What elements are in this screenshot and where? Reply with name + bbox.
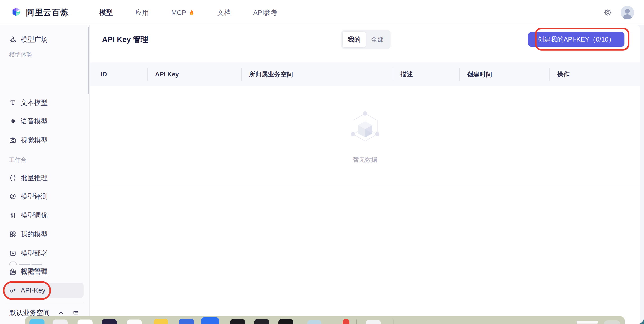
braces-list-icon [9, 174, 17, 182]
sidebar-item-my-models[interactable]: 我的模型 [0, 227, 88, 241]
fire-icon [188, 9, 195, 16]
waveform-icon [9, 117, 17, 125]
empty-state-text: 暂无数据 [353, 156, 377, 164]
deploy-box-icon [9, 250, 17, 257]
scope-toggle: 我的 全部 [341, 30, 390, 49]
column-header-api-key: API Key [148, 62, 241, 86]
sidebar-item-label: API-Key [21, 286, 46, 294]
empty-state: 暂无数据 [90, 111, 640, 164]
compass-icon [9, 192, 17, 200]
dock-app-6[interactable] [154, 318, 168, 324]
settings-gear-icon[interactable] [604, 8, 612, 17]
user-avatar[interactable] [621, 6, 634, 19]
sidebar-item-batch-inference[interactable]: 批量推理 [0, 171, 88, 185]
sidebar-item-label: 模型部署 [21, 249, 48, 258]
hub-icon [9, 36, 17, 43]
dock-trash[interactable] [604, 320, 620, 324]
sidebar-item-api-key[interactable]: API-Key [6, 283, 84, 298]
sidebar-item-model-tuning[interactable]: 模型调优 [0, 208, 88, 222]
create-api-key-button[interactable]: 创建我的API-KEY（0/10） [528, 32, 624, 47]
nav-item-app[interactable]: 应用 [135, 8, 149, 17]
sidebar-section-workbench: 工作台 [9, 157, 26, 163]
dock-app-2[interactable] [52, 320, 68, 324]
empty-cube-icon [350, 111, 381, 145]
brand[interactable]: 阿里云百炼 [10, 7, 69, 18]
sidebar-item-label: 模型广场 [21, 35, 48, 44]
bailian-logo-icon [10, 7, 22, 18]
dock-app-3[interactable] [78, 320, 92, 324]
sidebar-item-label: 权限管理 [21, 267, 48, 276]
dock-app-9[interactable] [230, 319, 245, 324]
nav-item-docs[interactable]: 文档 [217, 8, 231, 17]
primary-nav: 模型 应用 MCP 文档 API参考 [99, 0, 278, 25]
sidebar-item-permission[interactable]: 权限管理 [0, 264, 88, 278]
sidebar-divider [6, 302, 84, 302]
content-card: API Key 管理 我的 全部 创建我的API-KEY（0/10） ID AP… [90, 25, 640, 324]
sidebar-section-experience: 模型体验 [9, 52, 32, 58]
sidebar-item-model-plaza[interactable]: 模型广场 [0, 32, 88, 46]
sidebar-item-label: 批量推理 [21, 174, 48, 183]
toggle-option-all[interactable]: 全部 [366, 32, 389, 48]
dock-app-7[interactable] [179, 318, 194, 324]
dock-app-4[interactable] [102, 319, 117, 324]
sidebar-scrollbar[interactable] [88, 27, 89, 94]
column-divider [148, 68, 148, 81]
key-icon [9, 286, 17, 294]
sliders-icon [9, 212, 17, 219]
table-bottom-border [90, 186, 640, 186]
sidebar-item-model-deploy[interactable]: 模型部署 [0, 246, 88, 260]
sidebar-item-label: 文本模型 [21, 98, 48, 108]
dock-app-12[interactable] [308, 320, 321, 324]
column-divider [459, 68, 460, 81]
brand-name: 阿里云百炼 [26, 7, 69, 18]
sidebar-item-model-eval[interactable]: 模型评测 [0, 190, 88, 203]
sidebar-item-text-model[interactable]: 文本模型 [0, 96, 88, 110]
sidebar-item-label: 我的模型 [21, 230, 48, 239]
dock-thumbnail[interactable] [576, 321, 598, 324]
macos-screen: 阿里云百炼 模型 应用 MCP 文档 API参考 [0, 0, 644, 324]
table-header-row: ID API Key 所归属业务空间 描述 创建时间 操作 [90, 62, 640, 86]
dock-app-red[interactable] [343, 318, 350, 324]
dock-app-13[interactable] [366, 320, 381, 324]
browser-window: 阿里云百炼 模型 应用 MCP 文档 API参考 [0, 0, 644, 324]
page-header: API Key 管理 我的 全部 创建我的API-KEY（0/10） [90, 25, 640, 54]
sidebar-item-vision-model[interactable]: 视觉模型 [0, 133, 88, 147]
column-divider [550, 68, 550, 81]
sidebar: 模型广场 模型体验 文本模型 语音模型 [0, 25, 90, 324]
column-header-created: 创建时间 [459, 62, 550, 86]
dock-separator-1 [356, 320, 356, 324]
sidebar-item-label: 语音模型 [21, 116, 48, 126]
column-header-description: 描述 [393, 62, 459, 86]
column-header-workspace: 所归属业务空间 [241, 62, 393, 86]
nav-item-api-ref[interactable]: API参考 [253, 8, 278, 17]
column-header-actions: 操作 [550, 62, 640, 86]
dock-app-5[interactable] [127, 320, 142, 324]
collapse-panel-icon[interactable] [72, 309, 79, 316]
nav-item-model[interactable]: 模型 [99, 8, 113, 17]
top-header: 阿里云百炼 模型 应用 MCP 文档 API参考 [0, 0, 644, 25]
dock-app-10[interactable] [254, 319, 269, 324]
column-divider [241, 68, 242, 81]
sidebar-item-label: 模型评测 [21, 192, 48, 201]
grid-sparkle-icon [9, 230, 17, 238]
sidebar-item-speech-model[interactable]: 语音模型 [0, 114, 88, 128]
sidebar-item-label: 模型调优 [21, 211, 48, 220]
main-area: API Key 管理 我的 全部 创建我的API-KEY（0/10） ID AP… [90, 25, 644, 324]
chevron-up-icon[interactable] [58, 309, 65, 316]
camera-icon [9, 136, 17, 144]
dock-app-8[interactable] [201, 317, 219, 324]
page-title: API Key 管理 [102, 34, 148, 45]
column-header-id: ID [90, 62, 148, 86]
text-T-icon [9, 99, 17, 106]
nav-item-mcp[interactable]: MCP [171, 9, 195, 16]
person-icon [9, 268, 17, 275]
column-divider [393, 68, 393, 81]
workspace-label: 默认业务空间 [10, 308, 50, 318]
sidebar-item-label: 视觉模型 [21, 136, 48, 145]
dock-app-11[interactable] [278, 319, 293, 324]
dock-separator-2 [393, 320, 394, 324]
macos-dock [25, 316, 625, 324]
dock-app-1[interactable] [30, 319, 44, 324]
toggle-option-mine[interactable]: 我的 [343, 32, 366, 48]
